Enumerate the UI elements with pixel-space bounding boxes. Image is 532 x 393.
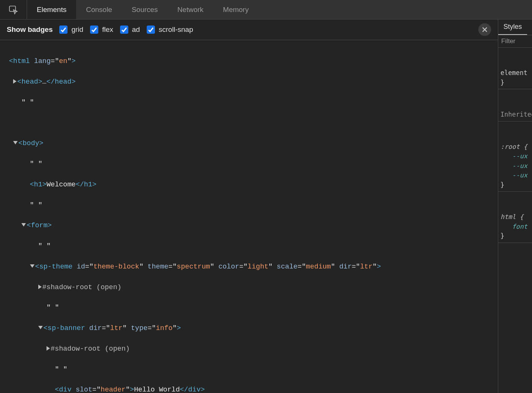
tab-sources[interactable]: Sources (122, 0, 168, 19)
tab-console[interactable]: Console (76, 0, 122, 19)
dom-node-head[interactable]: <head>…</head> (9, 77, 498, 87)
expand-arrow-icon[interactable] (38, 285, 42, 289)
html-rule[interactable]: html { font } (498, 211, 532, 243)
badge-item-ad: ad (120, 26, 140, 34)
badge-label: flex (102, 26, 113, 34)
badge-item-grid: grid (59, 26, 83, 34)
close-icon (481, 26, 488, 33)
badge-label: scroll-snap (159, 26, 193, 34)
badge-checkbox-flex[interactable] (90, 26, 98, 34)
collapse-arrow-icon[interactable] (21, 223, 26, 226)
dom-node-div-header[interactable]: <div slot="header">Hello World</div> (9, 385, 498, 393)
dom-node-sp-theme[interactable]: <sp-theme id="theme-block" theme="spectr… (9, 262, 498, 272)
tab-network[interactable]: Network (168, 0, 213, 19)
styles-sidebar: Styles Filter element } Inherited :root … (498, 20, 532, 393)
dom-whitespace: " " (9, 303, 498, 313)
badge-checkbox-grid[interactable] (59, 26, 68, 34)
panel-tabs: Elements Console Sources Network Memory (27, 0, 258, 19)
dom-whitespace: " " (9, 200, 498, 210)
expand-arrow-icon[interactable] (13, 79, 17, 84)
dom-node-sp-banner[interactable]: <sp-banner dir="ltr" type="info"> (9, 323, 498, 333)
check-icon (121, 27, 127, 33)
dom-whitespace: " " (9, 241, 498, 251)
dom-tree[interactable]: <html lang="en"> <head>…</head> " " <bod… (0, 40, 498, 393)
inherited-label: Inherited (498, 108, 532, 122)
dom-node-h1[interactable]: <h1>Welcome</h1> (9, 180, 498, 190)
check-icon (91, 27, 97, 33)
check-icon (148, 27, 154, 33)
check-icon (60, 27, 66, 33)
tab-styles[interactable]: Styles (498, 20, 527, 35)
close-badges-button[interactable] (478, 23, 491, 36)
root-rule[interactable]: :root { --ux --ux --ux } (498, 141, 532, 192)
expand-arrow-icon[interactable] (47, 346, 50, 351)
badge-checkbox-ad[interactable] (120, 26, 128, 34)
dom-shadow-root[interactable]: #shadow-root (open) (9, 344, 498, 354)
inspect-icon (9, 5, 18, 15)
dom-node-body[interactable]: <body> (9, 138, 498, 148)
inspect-element-button[interactable] (0, 0, 27, 19)
element-style-section[interactable]: element } (498, 67, 532, 89)
badge-item-scroll-snap: scroll-snap (147, 26, 193, 34)
dom-node-html[interactable]: <html lang="en"> (9, 56, 498, 66)
dom-shadow-root[interactable]: #shadow-root (open) (9, 282, 498, 292)
tab-elements[interactable]: Elements (27, 0, 76, 19)
badges-label: Show badges (7, 26, 53, 34)
styles-tabs: Styles (498, 20, 532, 35)
dom-whitespace: " " (9, 159, 498, 169)
badge-label: ad (132, 26, 140, 34)
badge-item-flex: flex (90, 26, 113, 34)
badges-toolbar: Show badges grid flex ad (0, 20, 498, 40)
collapse-arrow-icon[interactable] (38, 326, 43, 329)
badge-label: grid (71, 26, 83, 34)
collapse-arrow-icon[interactable] (30, 264, 35, 268)
badge-checkbox-scroll-snap[interactable] (147, 26, 155, 34)
collapse-arrow-icon[interactable] (13, 141, 18, 144)
styles-filter-input[interactable]: Filter (498, 35, 532, 48)
tab-memory[interactable]: Memory (213, 0, 258, 19)
devtools-tabbar: Elements Console Sources Network Memory (0, 0, 532, 20)
dom-node-form[interactable]: <form> (9, 220, 498, 231)
dom-blank (9, 118, 498, 128)
dom-whitespace: " " (9, 98, 498, 108)
dom-whitespace: " " (9, 364, 498, 375)
